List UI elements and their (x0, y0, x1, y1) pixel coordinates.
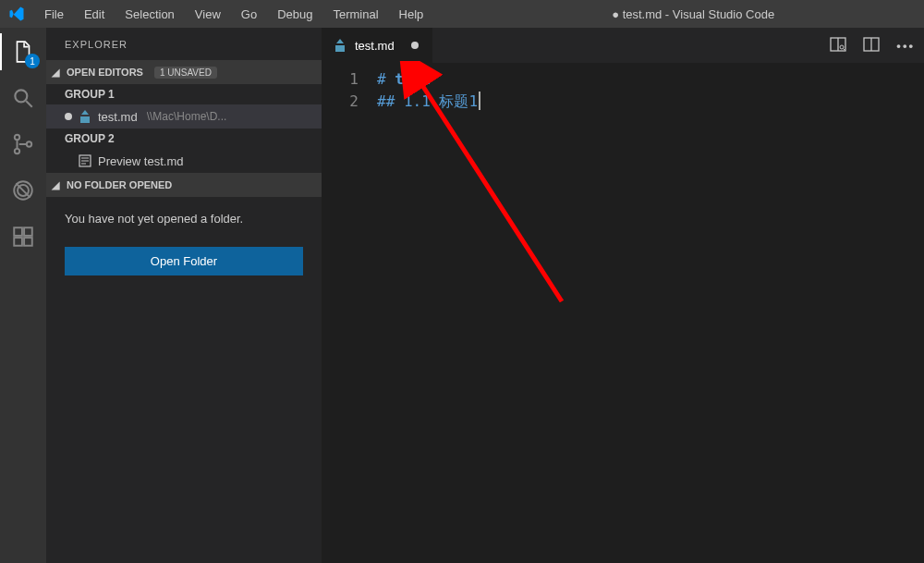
svg-point-0 (15, 90, 27, 102)
activitybar: 1 (0, 28, 46, 563)
menu-view[interactable]: View (186, 4, 230, 25)
activity-debug-icon[interactable] (8, 176, 38, 205)
svg-rect-8 (14, 227, 22, 236)
vscode-logo-icon (7, 5, 26, 23)
svg-point-4 (27, 141, 31, 146)
more-actions-icon[interactable]: ••• (896, 39, 915, 53)
open-editor-file-2[interactable]: Preview test.md (46, 149, 322, 173)
editor-tabs: test.md ••• (322, 28, 924, 63)
menubar: File Edit Selection View Go Debug Termin… (35, 4, 432, 25)
editor-actions: ••• (821, 28, 924, 63)
sidebar: EXPLORER ◢ OPEN EDITORS 1 UNSAVED GROUP … (46, 28, 322, 563)
svg-point-3 (15, 149, 19, 153)
svg-line-19 (844, 48, 845, 50)
titlebar: File Edit Selection View Go Debug Termin… (0, 0, 924, 28)
text-cursor (479, 92, 480, 110)
split-editor-icon[interactable] (863, 36, 880, 55)
menu-edit[interactable]: Edit (75, 4, 114, 25)
unsaved-badge: 1 UNSAVED (154, 67, 217, 79)
activity-scm-icon[interactable] (8, 129, 38, 159)
svg-line-1 (26, 101, 32, 107)
group1-label: GROUP 1 (46, 84, 322, 104)
menu-selection[interactable]: Selection (116, 4, 183, 25)
tab-label: test.md (355, 39, 395, 53)
activity-extensions-icon[interactable] (8, 222, 38, 251)
tab-test-md[interactable]: test.md (322, 28, 432, 63)
open-editor-filepath: \\Mac\Home\D... (147, 110, 227, 123)
menu-debug[interactable]: Debug (268, 4, 322, 25)
open-editor-file-1[interactable]: test.md \\Mac\Home\D... (46, 104, 322, 129)
preview-file-icon (78, 153, 92, 168)
menu-go[interactable]: Go (232, 4, 266, 25)
open-preview-side-icon[interactable] (830, 36, 846, 55)
editor-area: test.md ••• 1 2 # test ## 1.1 标题1 (322, 28, 924, 563)
chevron-down-icon: ◢ (52, 179, 63, 191)
sidebar-title: EXPLORER (46, 28, 322, 60)
no-folder-text: You have not yet opened a folder. (46, 197, 322, 241)
open-folder-button[interactable]: Open Folder (65, 247, 303, 275)
svg-rect-9 (14, 238, 22, 246)
line-numbers: 1 2 (322, 68, 377, 563)
svg-rect-10 (24, 238, 32, 246)
markdown-file-icon (333, 38, 347, 53)
editor-body[interactable]: 1 2 # test ## 1.1 标题1 (322, 63, 924, 563)
dirty-dot-icon (65, 113, 72, 120)
window-title: ● test.md - Visual Studio Code (432, 7, 917, 21)
activity-search-icon[interactable] (8, 83, 38, 113)
chevron-down-icon: ◢ (52, 67, 63, 79)
markdown-file-icon (78, 109, 92, 124)
group2-label: GROUP 2 (46, 129, 322, 149)
menu-file[interactable]: File (35, 4, 73, 25)
svg-point-18 (840, 45, 844, 49)
svg-point-2 (15, 135, 19, 140)
tab-dirty-icon (411, 42, 419, 49)
menu-terminal[interactable]: Terminal (323, 4, 387, 25)
svg-rect-11 (24, 227, 32, 236)
section-open-editors[interactable]: ◢ OPEN EDITORS 1 UNSAVED (46, 60, 322, 84)
open-editors-label: OPEN EDITORS (67, 67, 143, 78)
open-editor-preview-name: Preview test.md (98, 154, 183, 168)
code-content[interactable]: # test ## 1.1 标题1 (377, 68, 924, 563)
activity-explorer-icon[interactable]: 1 (8, 37, 38, 67)
open-editor-filename: test.md (98, 110, 138, 124)
no-folder-label: NO FOLDER OPENED (67, 179, 172, 190)
section-no-folder[interactable]: ◢ NO FOLDER OPENED (46, 173, 322, 197)
menu-help[interactable]: Help (390, 4, 433, 25)
explorer-badge: 1 (25, 54, 40, 68)
